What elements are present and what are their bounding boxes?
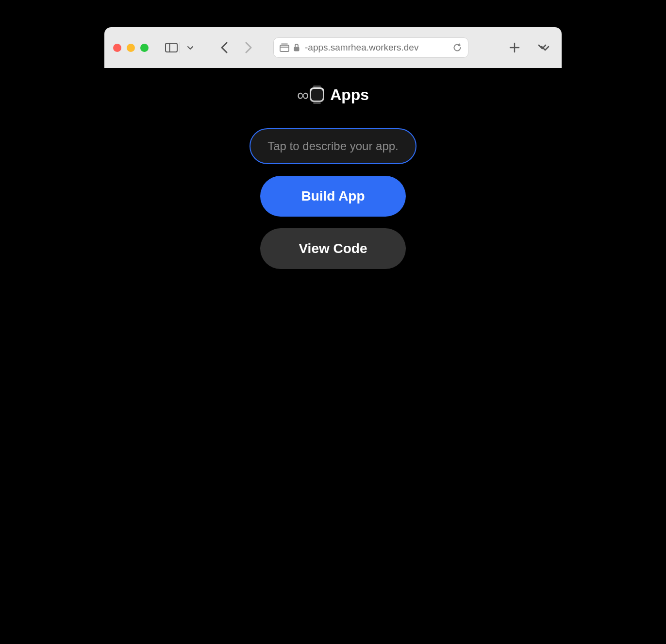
describe-app-input[interactable] (263, 139, 403, 153)
toolbar-divider (180, 42, 180, 53)
browser-window: -apps.samrhea.workers.dev ∞ (104, 27, 562, 464)
fullscreen-window-button[interactable] (140, 44, 149, 52)
sidebar-controls (162, 38, 200, 57)
svg-rect-5 (294, 47, 300, 51)
watch-icon (310, 85, 324, 104)
navigation-buttons (215, 38, 258, 57)
toolbar-right (505, 38, 553, 57)
minimize-window-button[interactable] (127, 44, 135, 52)
close-window-button[interactable] (113, 44, 121, 52)
page-content: ∞ Apps Build App View Code (104, 68, 562, 464)
page-title: Apps (330, 86, 369, 104)
new-tab-button[interactable] (505, 38, 524, 57)
svg-rect-0 (166, 43, 177, 52)
browser-toolbar: -apps.samrhea.workers.dev (104, 27, 562, 68)
view-code-button[interactable]: View Code (260, 228, 406, 269)
back-button[interactable] (215, 38, 233, 57)
build-app-button[interactable]: Build App (260, 176, 406, 217)
traffic-lights (113, 44, 149, 52)
site-settings-icon[interactable] (280, 43, 289, 52)
refresh-button[interactable] (452, 43, 462, 52)
forward-button[interactable] (239, 38, 258, 57)
page-header: ∞ Apps (297, 85, 369, 104)
form-stack: Build App View Code (250, 128, 416, 269)
lock-icon (293, 43, 300, 52)
tab-group-menu-button[interactable] (181, 38, 200, 57)
svg-rect-2 (280, 45, 289, 51)
overflow-menu-button[interactable] (534, 38, 553, 57)
address-text: -apps.samrhea.workers.dev (305, 42, 448, 53)
infinity-icon: ∞ (297, 86, 309, 103)
describe-app-input-wrapper[interactable] (250, 128, 416, 164)
address-bar[interactable]: -apps.samrhea.workers.dev (273, 37, 468, 58)
sidebar-toggle-button[interactable] (162, 38, 181, 57)
header-icons: ∞ (297, 85, 324, 104)
